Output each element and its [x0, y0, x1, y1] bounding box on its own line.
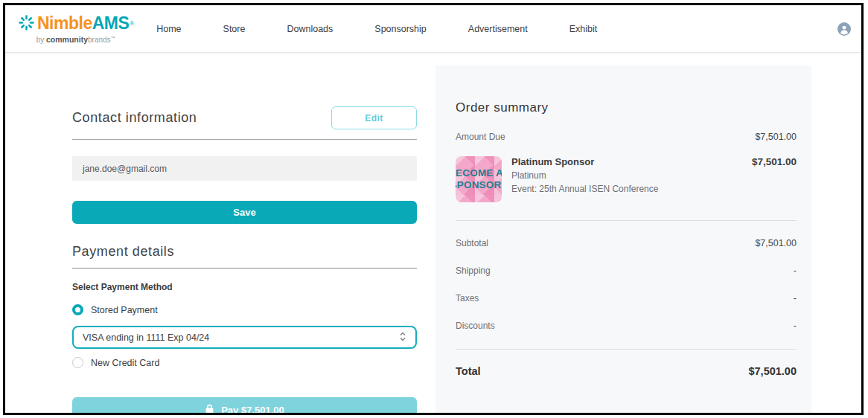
subtotal-row: Subtotal $7,501.00 [456, 238, 797, 248]
pay-button[interactable]: Pay $7,501.00 [72, 397, 417, 415]
brand-logo[interactable]: NimbleAMS® by communitybrands™ [17, 13, 134, 44]
taxes-row: Taxes - [456, 293, 797, 303]
stored-card-select[interactable]: VISA ending in 1111 Exp 04/24 [72, 326, 417, 349]
discounts-value: - [794, 321, 797, 331]
sponsor-product-image: BECOME A SPONSOR [456, 156, 502, 202]
email-field[interactable]: jane.doe@gmail.com [72, 156, 417, 181]
nav-item-advertisement[interactable]: Advertisement [468, 24, 528, 34]
shipping-value: - [794, 266, 797, 276]
select-updown-icon [399, 331, 406, 344]
registered-mark: ® [130, 21, 134, 27]
subtotal-label: Subtotal [456, 238, 488, 248]
item-name: Platinum Sponsor [511, 156, 752, 167]
stored-card-value: VISA ending in 1111 Exp 04/24 [83, 332, 209, 343]
taxes-label: Taxes [456, 293, 479, 303]
radio-unselected-icon[interactable] [72, 357, 83, 368]
stored-payment-label: Stored Payment [91, 305, 158, 315]
order-summary-title: Order summary [456, 100, 797, 115]
user-avatar-icon[interactable] [837, 22, 851, 36]
total-row: Total $7,501.00 [456, 365, 797, 377]
radio-selected-icon[interactable] [72, 304, 83, 315]
discounts-row: Discounts - [456, 321, 797, 331]
item-event: Event: 25th Annual ISEN Conference [511, 184, 752, 194]
nav-item-store[interactable]: Store [223, 24, 246, 34]
amount-due-row: Amount Due $7,501.00 [456, 132, 797, 142]
order-summary-panel: Order summary Amount Due $7,501.00 BECOM… [435, 65, 811, 415]
burst-logo-icon [17, 13, 37, 34]
nav-item-exhibit[interactable]: Exhibit [569, 24, 598, 34]
shipping-label: Shipping [456, 266, 491, 276]
brand-name-ams: AMS [92, 15, 130, 32]
section-divider [72, 139, 417, 140]
summary-divider [456, 220, 797, 221]
nav-item-sponsorship[interactable]: Sponsorship [374, 24, 427, 34]
new-credit-card-option[interactable]: New Credit Card [72, 357, 417, 368]
lock-icon [205, 404, 214, 416]
checkout-form: Contact information Edit jane.doe@gmail.… [72, 53, 417, 415]
save-button[interactable]: Save [72, 201, 417, 224]
top-nav-bar: NimbleAMS® by communitybrands™ Home Stor… [5, 5, 861, 53]
taxes-value: - [794, 293, 797, 303]
item-price: $7,501.00 [752, 156, 797, 202]
pay-button-label: Pay $7,501.00 [221, 405, 284, 416]
item-tier: Platinum [511, 170, 752, 181]
summary-divider [456, 349, 797, 350]
amount-due-label: Amount Due [456, 132, 505, 142]
subtotal-value: $7,501.00 [755, 238, 797, 248]
sponsor-image-text: BECOME A SPONSOR [456, 167, 502, 190]
discounts-label: Discounts [456, 321, 495, 331]
order-item: BECOME A SPONSOR Platinum Sponsor Platin… [456, 156, 797, 202]
total-value: $7,501.00 [748, 365, 797, 377]
nav-item-home[interactable]: Home [156, 24, 181, 34]
nav-item-downloads[interactable]: Downloads [287, 24, 333, 34]
brand-byline: by communitybrands™ [36, 36, 115, 44]
brand-name-nimble: Nimble [37, 15, 92, 32]
shipping-row: Shipping - [456, 266, 797, 276]
select-payment-method-label: Select Payment Method [72, 282, 417, 292]
contact-information-title: Contact information [72, 110, 197, 126]
edit-button[interactable]: Edit [331, 106, 417, 129]
new-credit-card-label: New Credit Card [91, 358, 159, 368]
main-nav: Home Store Downloads Sponsorship Adverti… [156, 24, 597, 34]
total-label: Total [456, 365, 481, 377]
amount-due-value: $7,501.00 [755, 132, 797, 142]
payment-details-title: Payment details [72, 244, 417, 269]
page-frame: NimbleAMS® by communitybrands™ Home Stor… [3, 3, 864, 415]
stored-payment-option[interactable]: Stored Payment [72, 304, 417, 315]
